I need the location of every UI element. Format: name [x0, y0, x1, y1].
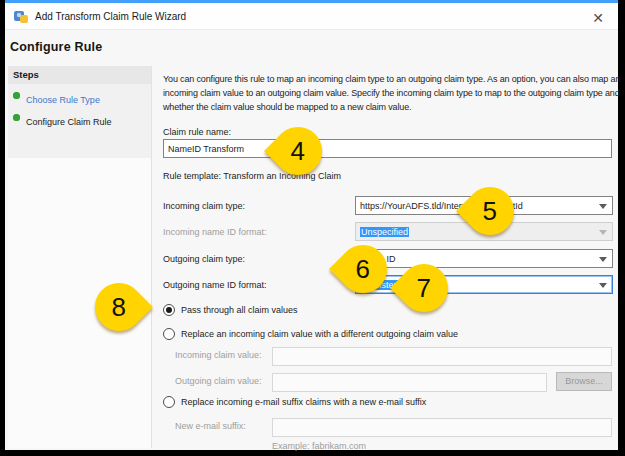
titlebar: Add Transform Claim Rule Wizard ✕	[5, 3, 618, 30]
rule-template-text: Rule template: Transform an Incoming Cla…	[163, 171, 341, 181]
radio-button-icon	[163, 328, 175, 340]
chevron-down-icon	[599, 283, 607, 288]
callout-5-number: 5	[483, 196, 497, 227]
wizard-dialog: Add Transform Claim Rule Wizard ✕ Config…	[5, 0, 618, 450]
outgoing-name-id-format-label: Outgoing name ID format:	[163, 280, 267, 290]
radio-label: Replace an incoming claim value with a d…	[181, 329, 458, 339]
callout-8-number: 8	[112, 292, 126, 323]
sidebar-item-label: Choose Rule Type	[26, 95, 100, 105]
incoming-claim-type-label: Incoming claim type:	[163, 201, 245, 211]
radio-button-icon	[163, 304, 175, 316]
incoming-claim-value-input	[272, 347, 612, 366]
chevron-down-icon	[599, 204, 607, 209]
page-title: Configure Rule	[10, 40, 102, 54]
sidebar-item-choose-rule-type[interactable]: Choose Rule Type	[8, 84, 151, 106]
browse-button[interactable]: Browse...	[556, 372, 612, 391]
sidebar-item-configure-claim-rule[interactable]: Configure Claim Rule	[8, 106, 151, 128]
callout-7-number: 7	[417, 273, 431, 304]
step-bullet-icon	[13, 114, 20, 121]
radio-label: Replace incoming e-mail suffix claims wi…	[181, 397, 426, 407]
callout-6-number: 6	[356, 254, 370, 285]
close-icon[interactable]: ✕	[588, 8, 608, 28]
example-text: Example: fabrikam.com	[272, 441, 366, 451]
incoming-name-id-format-label: Incoming name ID format:	[163, 227, 267, 237]
incoming-claim-value-label: Incoming claim value:	[175, 350, 262, 360]
outgoing-claim-type-label: Outgoing claim type:	[163, 254, 245, 264]
step-bullet-icon	[13, 92, 20, 99]
incoming-name-id-format-value: Unspecified	[360, 227, 409, 237]
radio-button-icon	[163, 396, 175, 408]
steps-panel: Steps Choose Rule Type Configure Claim R…	[8, 66, 151, 158]
chevron-down-icon	[599, 257, 607, 262]
new-email-suffix-label: New e-mail suffix:	[175, 421, 246, 431]
claim-rule-name-label: Claim rule name:	[163, 127, 231, 137]
claim-rule-name-input[interactable]	[163, 139, 612, 158]
outgoing-claim-value-label: Outgoing claim value:	[175, 376, 262, 386]
outgoing-claim-value-input	[272, 373, 547, 392]
callout-4-number: 4	[291, 136, 305, 167]
wizard-icon	[13, 8, 29, 24]
radio-label: Pass through all claim values	[181, 305, 298, 315]
new-email-suffix-input	[272, 418, 612, 437]
window-title: Add Transform Claim Rule Wizard	[35, 11, 186, 22]
steps-sidebar: Steps Choose Rule Type Configure Claim R…	[8, 66, 152, 448]
chevron-down-icon	[599, 230, 607, 235]
rule-description-text: You can configure this rule to map an in…	[163, 72, 625, 114]
screenshot-frame: Add Transform Claim Rule Wizard ✕ Config…	[0, 0, 625, 456]
sidebar-item-label: Configure Claim Rule	[26, 117, 112, 127]
outgoing-claim-type-select[interactable]: Name ID	[355, 249, 613, 268]
steps-heading: Steps	[8, 66, 151, 84]
